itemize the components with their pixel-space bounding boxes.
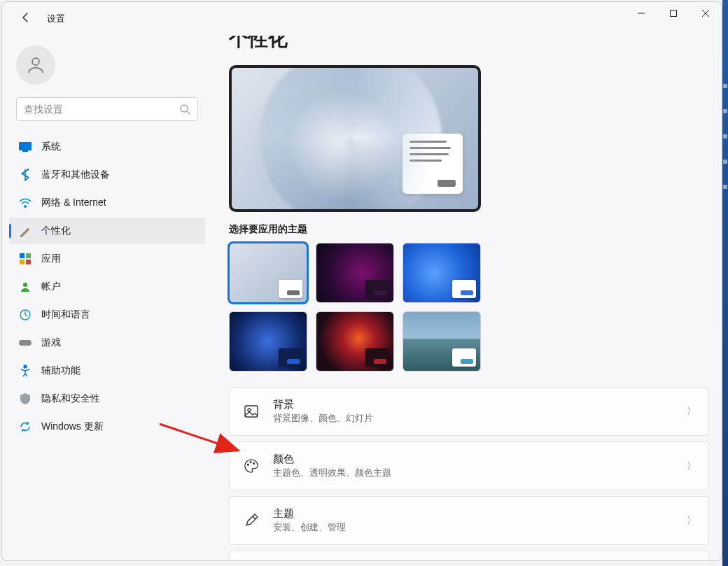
- monitor-icon: [19, 141, 31, 153]
- theme-option-5[interactable]: [316, 311, 394, 372]
- globe-clock-icon: [19, 309, 31, 321]
- setting-subtitle: 背景图像、颜色、幻灯片: [273, 413, 373, 425]
- desktop-preview[interactable]: [229, 65, 481, 212]
- sidebar-item-accounts[interactable]: 帐户: [9, 274, 205, 300]
- svg-rect-10: [20, 253, 24, 258]
- theme-option-6[interactable]: [402, 311, 481, 372]
- app-title: 设置: [47, 13, 65, 25]
- theme-grid: [229, 243, 481, 372]
- svg-point-22: [253, 462, 255, 464]
- setting-title: 背景: [273, 398, 373, 411]
- svg-rect-16: [19, 340, 31, 346]
- settings-window: 设置: [1, 1, 722, 561]
- svg-rect-8: [22, 150, 28, 152]
- shield-icon: [19, 392, 31, 405]
- maximize-button[interactable]: [657, 2, 690, 24]
- setting-lockscreen[interactable]: 锁屏界面 锁定屏幕图像、应用和动画 〉: [229, 551, 709, 560]
- sidebar-item-privacy[interactable]: 隐私和安全性: [9, 385, 205, 412]
- pen-icon: [242, 511, 260, 530]
- background-icon: [242, 402, 260, 420]
- theme-option-4[interactable]: [229, 311, 307, 372]
- sidebar-item-label: Windows 更新: [41, 420, 104, 433]
- theme-option-3[interactable]: [402, 243, 481, 303]
- sidebar-item-label: 隐私和安全性: [41, 392, 100, 405]
- setting-title: 主题: [273, 507, 346, 521]
- bluetooth-icon: [19, 169, 31, 181]
- avatar: [16, 45, 55, 85]
- page-title: 个性化: [229, 36, 709, 52]
- close-button[interactable]: [690, 2, 722, 24]
- setting-themes[interactable]: 主题 安装、创建、管理 〉: [229, 496, 709, 545]
- sidebar-item-update[interactable]: Windows 更新: [9, 413, 205, 440]
- svg-line-6: [187, 111, 190, 114]
- sidebar-nav: 系统 蓝牙和其他设备 网络 & Internet 个性化 应用: [5, 134, 209, 440]
- search-input[interactable]: [24, 104, 179, 115]
- svg-point-20: [248, 464, 249, 465]
- theme-option-1[interactable]: [229, 243, 307, 303]
- chevron-right-icon: 〉: [687, 514, 696, 527]
- svg-point-4: [32, 58, 39, 65]
- brush-icon: [19, 225, 31, 237]
- sidebar-item-label: 蓝牙和其他设备: [41, 169, 110, 181]
- setting-subtitle: 安装、创建、管理: [273, 522, 346, 534]
- setting-subtitle: 主题色、透明效果、颜色主题: [273, 467, 391, 479]
- settings-list: 背景 背景图像、颜色、幻灯片 〉 颜色 主题色、透明效果、颜色主题 〉: [229, 387, 709, 560]
- sidebar-item-label: 帐户: [41, 281, 61, 293]
- sidebar-item-personalization[interactable]: 个性化: [9, 218, 205, 244]
- svg-rect-7: [19, 142, 31, 150]
- svg-point-17: [24, 365, 27, 368]
- svg-point-5: [181, 105, 188, 112]
- palette-icon: [242, 457, 260, 475]
- sidebar-item-label: 个性化: [41, 225, 71, 237]
- sidebar-item-label: 辅助功能: [41, 365, 80, 377]
- back-button[interactable]: [12, 5, 40, 33]
- themes-section-label: 选择要应用的主题: [229, 223, 709, 236]
- svg-rect-13: [26, 260, 31, 264]
- setting-title: 颜色: [273, 453, 391, 466]
- window-controls: [625, 2, 722, 24]
- sidebar-item-timelanguage[interactable]: 时间和语言: [9, 302, 205, 328]
- svg-point-19: [248, 409, 251, 411]
- sidebar-item-label: 时间和语言: [41, 309, 90, 321]
- svg-point-14: [23, 283, 27, 287]
- svg-point-9: [24, 206, 26, 207]
- preview-window-card: [402, 134, 463, 194]
- setting-background[interactable]: 背景 背景图像、颜色、幻灯片 〉: [229, 387, 709, 436]
- setting-colors[interactable]: 颜色 主题色、透明效果、颜色主题 〉: [229, 441, 709, 490]
- minimize-button[interactable]: [625, 2, 657, 24]
- chevron-right-icon: 〉: [687, 405, 696, 418]
- user-profile[interactable]: [5, 43, 209, 93]
- svg-rect-11: [26, 253, 31, 258]
- update-icon: [19, 420, 31, 433]
- sidebar-item-label: 网络 & Internet: [41, 197, 106, 209]
- theme-option-2[interactable]: [316, 243, 394, 303]
- sidebar-item-network[interactable]: 网络 & Internet: [9, 190, 205, 216]
- search-icon: [179, 104, 190, 115]
- titlebar: 设置: [2, 2, 722, 36]
- sidebar: 系统 蓝牙和其他设备 网络 & Internet 个性化 应用: [2, 36, 212, 560]
- gamepad-icon: [19, 337, 31, 349]
- search-box[interactable]: [16, 97, 198, 121]
- sidebar-item-label: 应用: [41, 253, 61, 265]
- sidebar-item-label: 系统: [41, 141, 61, 153]
- back-arrow-icon: [20, 12, 31, 26]
- apps-icon: [19, 253, 31, 265]
- svg-rect-18: [245, 406, 258, 417]
- sidebar-item-label: 游戏: [41, 337, 61, 349]
- sidebar-item-apps[interactable]: 应用: [9, 246, 205, 272]
- sidebar-item-gaming[interactable]: 游戏: [9, 330, 205, 356]
- svg-rect-1: [671, 10, 677, 17]
- sidebar-item-bluetooth[interactable]: 蓝牙和其他设备: [9, 162, 205, 188]
- svg-point-21: [250, 462, 251, 463]
- accessibility-icon: [19, 365, 31, 377]
- desktop-peek: [722, 0, 728, 566]
- wifi-icon: [19, 197, 31, 209]
- svg-rect-12: [20, 260, 24, 264]
- chevron-right-icon: 〉: [687, 460, 696, 472]
- sidebar-item-accessibility[interactable]: 辅助功能: [9, 358, 205, 384]
- person-icon: [19, 281, 31, 293]
- search-container: [5, 93, 209, 134]
- main-content: 个性化 选择要应用的主题: [212, 36, 722, 560]
- sidebar-item-system[interactable]: 系统: [9, 134, 205, 160]
